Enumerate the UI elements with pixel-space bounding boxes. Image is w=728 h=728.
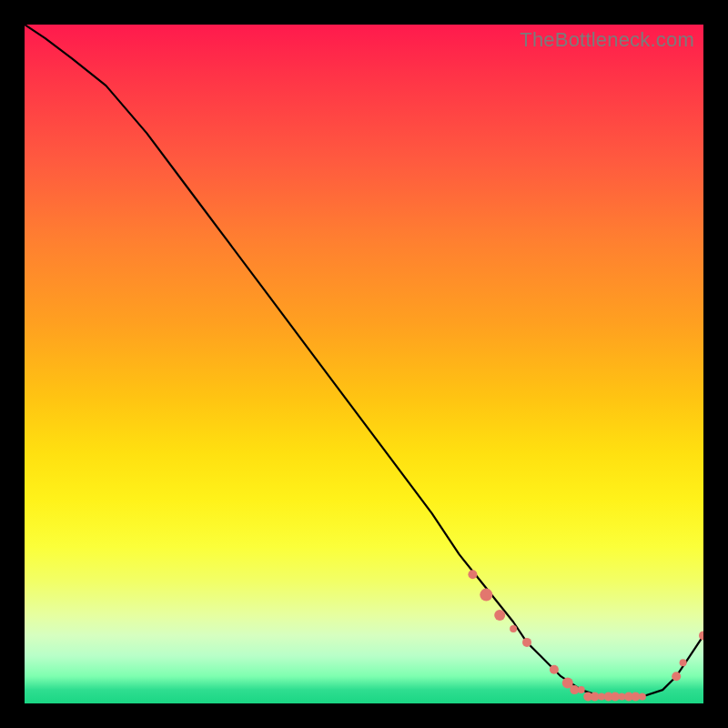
marker-dot bbox=[494, 610, 505, 621]
plot-area: TheBottleneck.com bbox=[25, 25, 703, 703]
marker-dot bbox=[699, 631, 703, 640]
marker-dot bbox=[639, 693, 646, 701]
marker-dot bbox=[672, 672, 681, 681]
bottleneck-curve-line bbox=[25, 25, 703, 697]
marker-dot bbox=[578, 686, 585, 693]
marker-group bbox=[468, 570, 703, 701]
marker-dot bbox=[550, 665, 559, 674]
marker-dot bbox=[480, 589, 492, 602]
marker-dot bbox=[468, 570, 477, 579]
marker-dot bbox=[680, 659, 687, 666]
chart-stage: TheBottleneck.com bbox=[0, 0, 728, 728]
marker-dot bbox=[522, 638, 531, 647]
marker-dot bbox=[510, 625, 517, 632]
chart-svg bbox=[25, 25, 703, 703]
